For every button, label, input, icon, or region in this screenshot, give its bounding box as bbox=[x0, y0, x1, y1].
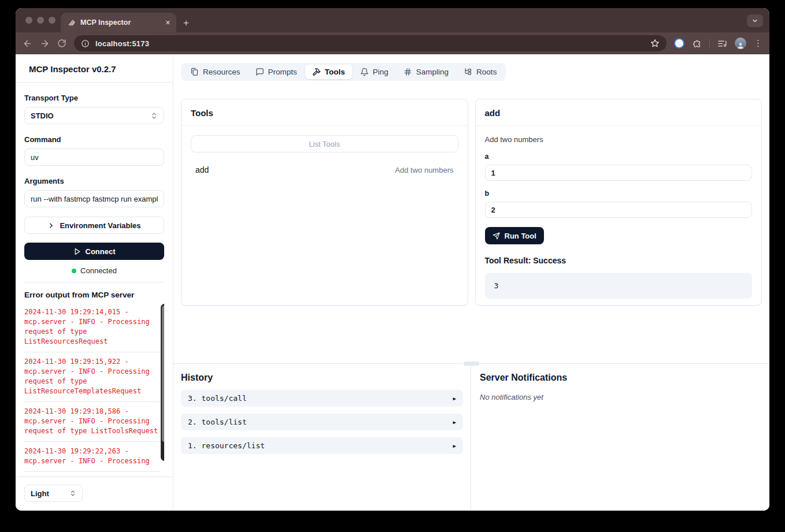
connect-button[interactable]: Connect bbox=[24, 243, 164, 260]
reload-icon bbox=[57, 39, 66, 48]
resize-handle[interactable] bbox=[464, 362, 479, 366]
run-tool-button[interactable]: Run Tool bbox=[485, 227, 544, 244]
tool-detail-description: Add two numbers bbox=[485, 135, 753, 144]
list-tools-button[interactable]: List Tools bbox=[191, 135, 458, 152]
connection-status: Connected bbox=[24, 266, 164, 275]
history-item[interactable]: 1. resources/list ▶ bbox=[181, 437, 463, 454]
url-bar[interactable]: localhost:5173 bbox=[74, 35, 666, 51]
panels-row: Tools List Tools add Add two numbers add bbox=[181, 99, 762, 306]
environment-variables-button[interactable]: Environment Variables bbox=[24, 217, 164, 234]
expand-arrow-icon[interactable]: ▶ bbox=[453, 419, 456, 425]
browser-menu-button[interactable]: ⋮ bbox=[754, 38, 762, 49]
toolbar-actions: ⋮ bbox=[674, 38, 762, 49]
back-button[interactable] bbox=[23, 39, 32, 49]
command-input[interactable] bbox=[24, 148, 164, 166]
param-b-input[interactable] bbox=[485, 202, 753, 218]
tool-result-value: 3 bbox=[485, 273, 753, 299]
tree-icon bbox=[464, 68, 472, 76]
tool-description: Add two numbers bbox=[395, 166, 453, 174]
expand-arrow-icon[interactable]: ▶ bbox=[453, 396, 456, 401]
window-minimize-button[interactable] bbox=[37, 17, 44, 24]
environment-variables-label: Environment Variables bbox=[60, 221, 140, 230]
tool-detail-panel: add Add two numbers a b Run Tool bbox=[475, 99, 762, 306]
tab-label: Tools bbox=[325, 68, 345, 76]
divider bbox=[16, 82, 173, 83]
tool-list-item[interactable]: add Add two numbers bbox=[191, 165, 458, 174]
extensions-puzzle-icon[interactable] bbox=[692, 39, 702, 49]
history-pane: History 3. tools/call ▶ 2. tools/list ▶ … bbox=[173, 364, 471, 511]
person-icon bbox=[736, 42, 745, 49]
theme-select[interactable]: Light bbox=[24, 485, 83, 502]
tab-prompts[interactable]: Prompts bbox=[249, 65, 304, 79]
transport-type-select[interactable]: STDIO bbox=[24, 107, 164, 124]
top-section: Resources Prompts Tools Ping bbox=[173, 54, 769, 363]
history-title: History bbox=[181, 373, 463, 383]
browser-tabstrip: MCP Inspector ✕ + bbox=[16, 8, 769, 32]
message-square-icon bbox=[256, 68, 264, 76]
send-icon bbox=[493, 232, 500, 240]
tab-sampling[interactable]: Sampling bbox=[397, 65, 456, 79]
profile-avatar[interactable] bbox=[735, 38, 746, 49]
hammer-icon bbox=[312, 68, 321, 76]
window-zoom-button[interactable] bbox=[49, 17, 55, 24]
bottom-section: History 3. tools/call ▶ 2. tools/list ▶ … bbox=[173, 363, 769, 511]
notifications-pane: Server Notifications No notifications ye… bbox=[471, 364, 769, 511]
error-log: 2024-11-30 19:29:14,015 - mcp.server - I… bbox=[24, 303, 164, 477]
tab-label: Resources bbox=[203, 68, 240, 76]
tab-search-button[interactable] bbox=[747, 14, 763, 27]
toolbar-separator bbox=[709, 39, 710, 48]
url-text[interactable]: localhost:5173 bbox=[95, 39, 645, 48]
expand-arrow-icon[interactable]: ▶ bbox=[453, 443, 456, 449]
tool-name: add bbox=[195, 165, 209, 174]
site-info-icon[interactable] bbox=[81, 39, 90, 48]
tab-tools[interactable]: Tools bbox=[305, 65, 352, 79]
tool-result-title: Tool Result: Success bbox=[485, 256, 753, 265]
chevrons-up-down-icon bbox=[69, 490, 76, 497]
scrollbar-track[interactable] bbox=[161, 304, 164, 461]
theme-value: Light bbox=[31, 489, 49, 498]
chevrons-up-down-icon bbox=[150, 112, 158, 120]
forward-button[interactable] bbox=[40, 39, 50, 49]
app-content: MCP Inspector v0.2.7 Transport Type STDI… bbox=[16, 54, 769, 511]
arguments-input[interactable] bbox=[24, 190, 164, 207]
media-controls-icon[interactable] bbox=[717, 39, 727, 49]
main-area: Resources Prompts Tools Ping bbox=[173, 54, 769, 511]
window-close-button[interactable] bbox=[25, 17, 32, 24]
param-a-input[interactable] bbox=[485, 165, 753, 181]
history-item[interactable]: 3. tools/call ▶ bbox=[181, 390, 463, 407]
password-extension-icon[interactable] bbox=[674, 38, 684, 49]
param-b-label: b bbox=[485, 189, 753, 198]
run-tool-label: Run Tool bbox=[505, 232, 536, 240]
hash-icon bbox=[403, 68, 412, 76]
transport-type-value: STDIO bbox=[31, 111, 54, 120]
browser-toolbar: localhost:5173 ⋮ bbox=[16, 32, 769, 54]
tab-label: Roots bbox=[476, 68, 497, 76]
divider bbox=[24, 282, 164, 282]
log-entry: 2024-11-30 19:29:14,015 - mcp.server - I… bbox=[24, 303, 161, 352]
reload-button[interactable] bbox=[57, 39, 66, 48]
tools-panel-title: Tools bbox=[182, 99, 468, 126]
tools-panel: Tools List Tools add Add two numbers bbox=[181, 99, 468, 306]
tab-title: MCP Inspector bbox=[80, 18, 161, 27]
tab-label: Sampling bbox=[416, 68, 449, 76]
tab-roots[interactable]: Roots bbox=[457, 65, 503, 79]
tab-ping[interactable]: Ping bbox=[353, 65, 395, 79]
notifications-title: Server Notifications bbox=[480, 373, 761, 383]
tool-detail-title: add bbox=[476, 99, 762, 126]
feature-tabs: Resources Prompts Tools Ping bbox=[181, 63, 506, 81]
history-item[interactable]: 2. tools/list ▶ bbox=[181, 414, 463, 430]
browser-tab[interactable]: MCP Inspector ✕ bbox=[61, 13, 176, 32]
tool-detail-body: Add two numbers a b Run Tool bbox=[476, 126, 762, 306]
chevron-right-icon bbox=[47, 222, 55, 229]
scrollbar-thumb[interactable] bbox=[162, 306, 164, 442]
tab-label: Prompts bbox=[268, 68, 297, 76]
bookmark-star-icon[interactable] bbox=[650, 39, 660, 48]
new-tab-button[interactable]: + bbox=[183, 18, 189, 28]
tab-close-icon[interactable]: ✕ bbox=[165, 19, 171, 27]
history-item-label: 2. tools/list bbox=[188, 418, 247, 426]
sidebar: MCP Inspector v0.2.7 Transport Type STDI… bbox=[16, 54, 173, 511]
files-icon bbox=[190, 68, 199, 76]
command-label: Command bbox=[24, 135, 164, 144]
tab-resources[interactable]: Resources bbox=[183, 65, 247, 79]
log-entry: 2024-11-30 19:29:18,586 - mcp.server - I… bbox=[24, 402, 161, 442]
